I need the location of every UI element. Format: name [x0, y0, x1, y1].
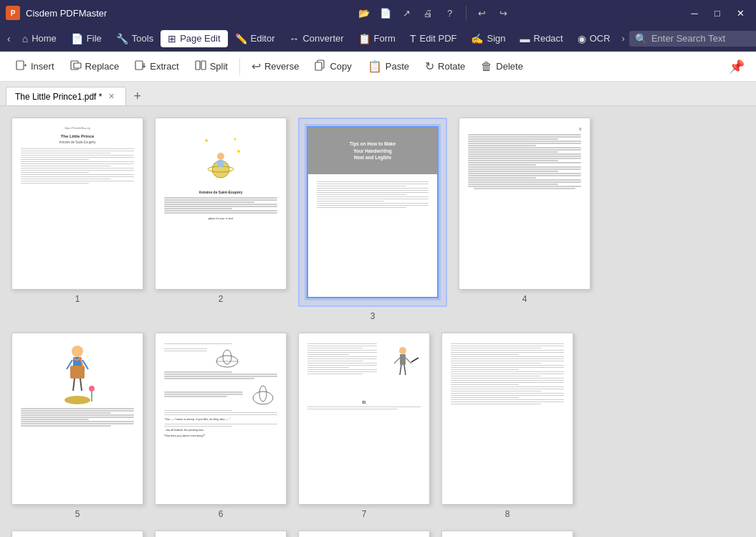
- svg-line-38: [394, 358, 400, 363]
- menu-converter[interactable]: ↔ Converter: [282, 30, 350, 47]
- svg-point-32: [223, 350, 231, 364]
- app-title: Cisdem PDFMaster: [26, 8, 350, 19]
- share-btn[interactable]: ↗: [398, 4, 416, 22]
- page-card-5[interactable]: [11, 333, 143, 505]
- undo-btn[interactable]: ↩: [474, 4, 491, 22]
- svg-rect-5: [135, 61, 143, 70]
- redact-icon: ▬: [520, 33, 530, 44]
- svg-rect-10: [315, 62, 322, 70]
- rotate-button[interactable]: ↻ Rotate: [418, 56, 472, 77]
- home-icon: ⌂: [22, 33, 28, 44]
- svg-line-41: [404, 365, 406, 375]
- maximize-btn[interactable]: □: [707, 4, 727, 22]
- page-number-5: 5: [75, 509, 80, 519]
- svg-point-20: [72, 346, 83, 357]
- svg-point-29: [89, 386, 95, 391]
- page-thumb-5: 5: [11, 333, 143, 519]
- menu-editor[interactable]: ✏️ Editor: [228, 30, 282, 47]
- page-thumb-12: 12: [441, 531, 573, 537]
- menu-home[interactable]: ⌂ Home: [15, 30, 64, 47]
- delete-button[interactable]: 🗑 Delete: [474, 57, 530, 77]
- close-btn[interactable]: ✕: [730, 4, 750, 22]
- page-row-2: 5: [11, 333, 745, 519]
- tools-icon: 🔧: [116, 33, 128, 44]
- search-box[interactable]: 🔍: [629, 31, 756, 47]
- svg-point-30: [64, 396, 90, 404]
- tab-close-btn[interactable]: ✕: [106, 91, 117, 102]
- page-card-3[interactable]: Tips on How to MakeYour HandwritingNeat …: [307, 126, 439, 298]
- page-card-12[interactable]: [441, 531, 573, 537]
- search-icon: 🔍: [635, 33, 647, 44]
- page-thumb-9: 9: [11, 531, 143, 537]
- menu-form[interactable]: 📋 Form: [351, 30, 403, 47]
- help-btn[interactable]: ?: [441, 4, 459, 22]
- pin-button[interactable]: 📌: [726, 56, 747, 77]
- rotate-icon: ↻: [425, 60, 434, 73]
- page-card-1[interactable]: https://TheLittleBoy.org The Little Prin…: [11, 118, 143, 290]
- page-card-11[interactable]: [298, 531, 430, 537]
- svg-point-13: [205, 139, 208, 142]
- menu-edit-pdf[interactable]: T Edit PDF: [403, 30, 464, 47]
- svg-line-26: [80, 379, 82, 391]
- document-tab[interactable]: The Little Prince1.pdf * ✕: [6, 87, 126, 105]
- page-edit-icon: ⊞: [168, 33, 176, 44]
- menu-file[interactable]: 📄 File: [64, 30, 109, 47]
- new-tab-btn[interactable]: +: [129, 87, 145, 105]
- menu-sign[interactable]: ✍ Sign: [464, 30, 512, 47]
- menu-redact[interactable]: ▬ Redact: [513, 30, 570, 47]
- form-icon: 📋: [358, 33, 370, 44]
- replace-button[interactable]: Replace: [63, 56, 127, 77]
- menu-back-btn[interactable]: ‹: [3, 30, 15, 47]
- app-logo: P: [6, 6, 20, 20]
- page-content-area[interactable]: https://TheLittleBoy.org The Little Prin…: [0, 106, 756, 537]
- svg-line-25: [73, 379, 75, 391]
- menubar: ‹ ⌂ Home 📄 File 🔧 Tools ⊞ Page Edit ✏️ E…: [0, 26, 756, 52]
- print-btn[interactable]: 🖨: [420, 4, 437, 22]
- minimize-btn[interactable]: ─: [684, 4, 704, 22]
- split-button[interactable]: Split: [188, 56, 235, 77]
- open-folder-btn[interactable]: 📂: [355, 4, 373, 22]
- delete-icon: 🗑: [481, 60, 492, 73]
- insert-icon: [16, 60, 27, 74]
- menu-more[interactable]: ›: [618, 30, 629, 47]
- replace-icon: [70, 60, 82, 74]
- menu-page-edit[interactable]: ⊞ Page Edit: [161, 30, 227, 47]
- paste-button[interactable]: 📋 Paste: [360, 56, 416, 77]
- new-file-btn[interactable]: 📄: [377, 4, 394, 22]
- svg-point-16: [217, 153, 224, 160]
- extract-icon: [135, 60, 146, 74]
- ocr-icon: ◉: [578, 33, 586, 44]
- extract-button[interactable]: Extract: [128, 56, 186, 77]
- svg-point-34: [253, 391, 273, 404]
- tab-label: The Little Prince1.pdf *: [15, 92, 102, 102]
- page-number-1: 1: [75, 294, 80, 304]
- page-number-7: 7: [362, 509, 367, 519]
- sign-icon: ✍: [471, 33, 483, 44]
- redo-btn[interactable]: ↪: [495, 4, 512, 22]
- page-thumb-7: 81 7: [298, 333, 430, 519]
- page-card-7[interactable]: 81: [298, 333, 430, 505]
- menu-ocr[interactable]: ◉ OCR: [570, 30, 618, 47]
- svg-rect-17: [218, 160, 224, 167]
- page-card-6[interactable]: "You — I mean a sheep, if you like, do t…: [155, 333, 287, 505]
- reverse-button[interactable]: ↩ Reverse: [244, 56, 306, 77]
- reverse-icon: ↩: [252, 60, 261, 73]
- edit-pdf-icon: T: [410, 33, 416, 44]
- svg-rect-0: [16, 61, 24, 70]
- page-thumb-1: https://TheLittleBoy.org The Little Prin…: [11, 118, 143, 321]
- page-card-4[interactable]: II: [459, 118, 590, 290]
- svg-rect-7: [196, 61, 200, 70]
- toolbar-separator-1: [239, 58, 240, 75]
- page-thumb-10: 10: [155, 531, 287, 537]
- page-number-6: 6: [219, 509, 224, 519]
- page-card-10[interactable]: [155, 531, 287, 537]
- insert-button[interactable]: Insert: [9, 56, 62, 77]
- page-card-9[interactable]: [11, 531, 143, 537]
- copy-button[interactable]: Copy: [307, 56, 358, 77]
- svg-point-36: [399, 347, 406, 354]
- page-card-2[interactable]: Antoine de Saint-Exupéry place for use i…: [155, 118, 287, 290]
- page-number-4: 4: [522, 294, 527, 304]
- search-input[interactable]: [651, 33, 752, 44]
- page-card-8[interactable]: [441, 333, 573, 505]
- menu-tools[interactable]: 🔧 Tools: [109, 30, 161, 47]
